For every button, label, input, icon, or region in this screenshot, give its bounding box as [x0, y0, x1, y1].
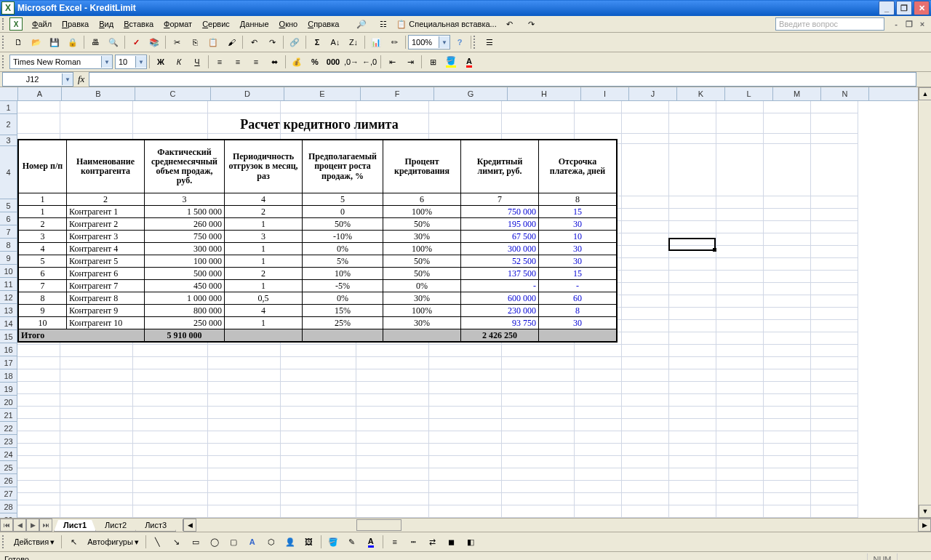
cell[interactable]	[622, 357, 669, 369]
cell[interactable]	[764, 345, 811, 357]
inc-decimal-button[interactable]: ,0→	[343, 53, 360, 71]
row-header-27[interactable]: 27	[0, 487, 17, 500]
cell[interactable]	[133, 407, 208, 419]
cell[interactable]	[575, 382, 622, 394]
cell[interactable]	[281, 394, 356, 407]
row-header-14[interactable]: 14	[0, 317, 17, 330]
cell[interactable]	[17, 468, 60, 481]
cell[interactable]	[622, 345, 669, 357]
cell[interactable]	[669, 407, 716, 419]
cell[interactable]	[622, 468, 669, 481]
cell[interactable]	[622, 196, 669, 209]
cell[interactable]	[60, 345, 133, 357]
cell[interactable]	[356, 419, 429, 431]
cell[interactable]	[811, 431, 858, 444]
cell[interactable]	[208, 357, 281, 369]
align-center-button[interactable]: ≡	[229, 53, 247, 71]
cell[interactable]	[811, 271, 858, 283]
cell[interactable]	[429, 394, 502, 407]
cell[interactable]	[764, 357, 811, 369]
cell[interactable]	[622, 283, 669, 295]
minimize-button[interactable]: _	[879, 1, 895, 15]
doc-minimize-button[interactable]: -	[890, 19, 902, 29]
cell[interactable]	[764, 144, 811, 196]
cell[interactable]	[575, 101, 622, 113]
sheet-tab-Лист1[interactable]: Лист1	[54, 520, 96, 532]
menu-Справка[interactable]: Справка	[303, 18, 344, 30]
cell[interactable]	[811, 320, 858, 332]
cell[interactable]	[811, 394, 858, 407]
cell[interactable]	[669, 258, 716, 271]
row-header-16[interactable]: 16	[0, 343, 17, 356]
cell[interactable]	[429, 357, 502, 369]
cell[interactable]	[356, 382, 429, 394]
cell[interactable]	[764, 134, 811, 144]
rect-button[interactable]: ▭	[187, 533, 204, 551]
cell[interactable]	[811, 295, 858, 308]
fillcolor-draw-button[interactable]: 🪣	[324, 533, 342, 551]
cell[interactable]	[716, 246, 764, 258]
cell[interactable]	[622, 456, 669, 468]
cell[interactable]	[281, 468, 356, 481]
cell[interactable]	[208, 419, 281, 431]
cell[interactable]	[281, 456, 356, 468]
cell[interactable]	[764, 209, 811, 221]
cell[interactable]	[356, 456, 429, 468]
cell[interactable]	[356, 394, 429, 407]
clipart-button[interactable]: 👤	[281, 533, 299, 551]
cell[interactable]	[281, 444, 356, 456]
cell[interactable]	[716, 456, 764, 468]
cell[interactable]	[811, 196, 858, 209]
cell[interactable]	[133, 468, 208, 481]
row-header-13[interactable]: 13	[0, 304, 17, 317]
drawing-button[interactable]: ✏	[385, 33, 403, 51]
addon-icon[interactable]: ☷	[375, 15, 392, 33]
cell[interactable]	[60, 481, 133, 493]
cell[interactable]	[716, 481, 764, 493]
worksheet-grid[interactable]: ABCDEFGHIJKLMN 1234567891011121314151617…	[0, 87, 931, 518]
cell[interactable]	[764, 221, 811, 233]
undo-addon-button[interactable]: ↶	[501, 15, 519, 33]
menu-Правка[interactable]: Правка	[57, 18, 94, 30]
cell[interactable]	[764, 468, 811, 481]
copy-button[interactable]: ⎘	[186, 33, 204, 51]
cell[interactable]	[133, 382, 208, 394]
cell[interactable]	[669, 233, 716, 246]
cell[interactable]	[716, 144, 764, 196]
fx-icon[interactable]: fx	[78, 73, 84, 85]
cell[interactable]	[281, 419, 356, 431]
row-header-15[interactable]: 15	[0, 330, 17, 343]
cell[interactable]	[133, 493, 208, 505]
row-header-6[interactable]: 6	[0, 212, 17, 225]
cell[interactable]	[716, 308, 764, 320]
cell[interactable]	[669, 431, 716, 444]
cell[interactable]	[669, 493, 716, 505]
cell[interactable]	[716, 468, 764, 481]
row-header-19[interactable]: 19	[0, 383, 17, 396]
cell[interactable]	[356, 357, 429, 369]
cell[interactable]	[17, 481, 60, 493]
cell[interactable]	[622, 320, 669, 332]
row-header-8[interactable]: 8	[0, 239, 17, 252]
cell[interactable]	[764, 283, 811, 295]
line-button[interactable]: ╲	[149, 533, 167, 551]
row-header-11[interactable]: 11	[0, 278, 17, 291]
cell[interactable]	[811, 456, 858, 468]
cell[interactable]	[669, 332, 716, 345]
row-header-23[interactable]: 23	[0, 435, 17, 448]
cell[interactable]	[811, 382, 858, 394]
cell[interactable]	[811, 345, 858, 357]
menu-Формат[interactable]: Формат	[159, 18, 197, 30]
menu-Файл[interactable]: Файл	[27, 18, 57, 30]
sort-desc-button[interactable]: Z↓	[345, 33, 362, 51]
cell[interactable]	[716, 196, 764, 209]
dec-decimal-button[interactable]: ←,0	[361, 53, 378, 71]
cell[interactable]	[429, 101, 502, 113]
cell[interactable]	[356, 407, 429, 419]
cell[interactable]	[17, 369, 60, 382]
cell[interactable]	[669, 113, 716, 134]
cell[interactable]	[17, 505, 60, 518]
cell[interactable]	[575, 468, 622, 481]
select-arrow-button[interactable]: ↖	[65, 533, 82, 551]
cell[interactable]	[716, 113, 764, 134]
